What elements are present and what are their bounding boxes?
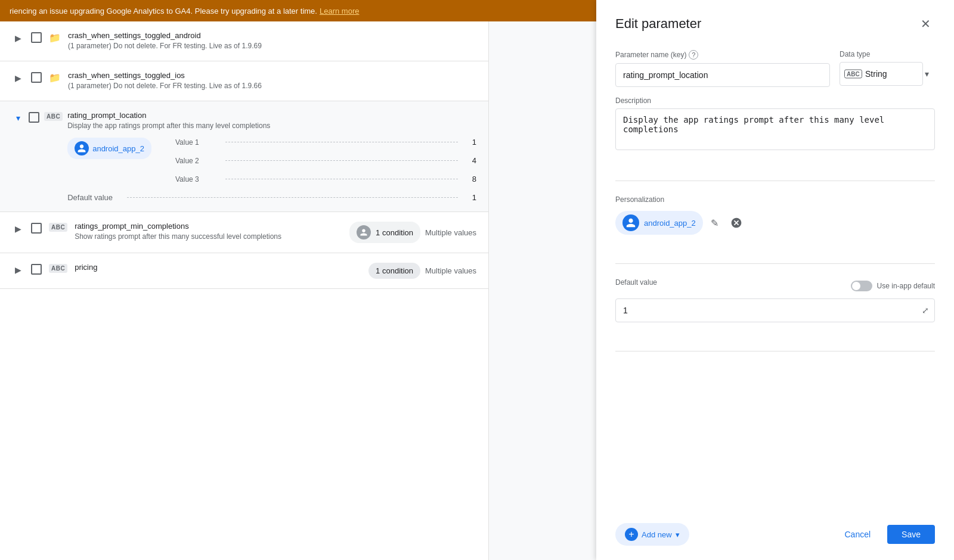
dialog-footer: + Add new ▾ Cancel Save <box>615 514 935 546</box>
param-row-ratings-min: ▶ ABC ratings_prompt_min_completions Sho… <box>0 212 488 253</box>
param-info-crash-android: crash_when_settings_toggled_android (1 p… <box>68 31 476 51</box>
expand-pricing[interactable]: ▶ <box>12 264 24 276</box>
help-icon[interactable]: ? <box>689 50 698 60</box>
param-info-pricing: pricing <box>75 263 361 272</box>
toggle-wrapper: Use in-app default <box>851 281 935 291</box>
param-info-crash-ios: crash_when_settings_toggled_ios (1 param… <box>68 71 476 91</box>
default-value-input-wrapper: ⤢ <box>615 298 935 322</box>
description-label: Description <box>615 97 935 105</box>
divider-2 <box>615 263 935 264</box>
plus-icon: + <box>625 528 638 541</box>
action-buttons: Cancel Save <box>832 525 935 544</box>
value-row-1: Value 1 1 <box>175 138 476 147</box>
type-badge-pricing: ABC <box>49 264 67 273</box>
checkbox-crash-ios[interactable] <box>31 72 42 83</box>
audience-avatar <box>75 141 89 155</box>
value-label-3: Value 3 <box>175 175 211 183</box>
audience-chip-android[interactable]: android_app_2 <box>67 138 151 159</box>
param-row-pricing: ▶ ABC pricing 1 condition Multiple value… <box>0 253 488 289</box>
edit-parameter-dialog: Edit parameter ✕ Parameter name (key) ? … <box>596 0 954 560</box>
close-button[interactable]: ✕ <box>916 14 935 33</box>
value-label-2: Value 2 <box>175 157 211 165</box>
param-name-group: Parameter name (key) ? <box>615 50 830 87</box>
param-desc-ratings-min: Show ratings prompt after this many succ… <box>75 232 342 242</box>
description-textarea[interactable]: Display the app ratings prompt after thi… <box>615 108 935 150</box>
value-label-1: Value 1 <box>175 138 211 147</box>
expand-crash-ios[interactable]: ▶ <box>12 72 24 84</box>
param-name-rating-prompt: rating_prompt_location <box>67 111 476 120</box>
value-row-2: Value 2 4 <box>175 156 476 165</box>
persona-name: android_app_2 <box>644 219 696 228</box>
personalization-label: Personalization <box>615 195 935 204</box>
dialog-header: Edit parameter ✕ <box>615 14 935 33</box>
param-name-datatype-row: Parameter name (key) ? Data type String … <box>615 50 935 87</box>
default-value-input[interactable] <box>615 298 935 322</box>
condition-chip-pricing[interactable]: 1 condition <box>368 263 420 279</box>
default-header: Default value Use in-app default <box>615 278 935 294</box>
value-num-3: 8 <box>472 175 476 183</box>
dialog-title: Edit parameter <box>615 16 701 32</box>
params-list: ▶ 📁 crash_when_settings_toggled_android … <box>0 21 489 560</box>
param-desc-crash-android: (1 parameter) Do not delete. For FR test… <box>68 41 476 51</box>
add-new-label: Add new <box>642 530 672 539</box>
param-name-label: Parameter name (key) ? <box>615 50 830 60</box>
param-row-rating-prompt: ▾ ABC rating_prompt_location Display the… <box>0 101 488 213</box>
personalization-section: Personalization android_app_2 ✎ <box>615 195 935 235</box>
checkbox-crash-android[interactable] <box>31 32 42 43</box>
multiple-values-pricing: Multiple values <box>425 266 476 275</box>
param-desc-rating-prompt: Display the app ratings prompt after thi… <box>67 121 476 131</box>
condition-chip-ratings-min[interactable]: 1 condition <box>349 222 420 243</box>
remove-persona-button[interactable] <box>727 213 746 232</box>
banner-text: riencing an issue upgrading Google Analy… <box>10 7 317 15</box>
type-badge-ratings-min: ABC <box>49 223 67 232</box>
param-name-ratings-min: ratings_prompt_min_completions <box>75 222 342 231</box>
use-in-app-label: Use in-app default <box>877 282 935 290</box>
value-num-2: 4 <box>472 156 476 165</box>
expanded-content-rating: android_app_2 Value 1 1 Value 2 <box>67 138 476 183</box>
param-desc-crash-ios: (1 parameter) Do not delete. For FR test… <box>68 81 476 91</box>
expand-ratings-min[interactable]: ▶ <box>12 223 24 235</box>
persona-avatar <box>622 214 639 231</box>
divider-1 <box>615 181 935 181</box>
expand-crash-android[interactable]: ▶ <box>12 32 24 44</box>
persona-row: android_app_2 ✎ <box>615 211 935 235</box>
expand-rating-prompt[interactable]: ▾ <box>12 112 24 124</box>
checkbox-pricing[interactable] <box>31 264 42 275</box>
param-info-rating-prompt: rating_prompt_location Display the app r… <box>67 111 476 203</box>
edit-persona-button[interactable]: ✎ <box>705 213 724 232</box>
persona-chip[interactable]: android_app_2 <box>615 211 703 235</box>
condition-text-pricing: 1 condition <box>376 266 413 275</box>
data-type-select-wrapper: String Number Boolean JSON ABC <box>840 62 935 86</box>
description-section: Description Display the app ratings prom… <box>615 97 935 152</box>
param-info-ratings-min: ratings_prompt_min_completions Show rati… <box>75 222 342 242</box>
add-new-button[interactable]: + Add new ▾ <box>615 523 689 546</box>
row-right-ratings-min: 1 condition Multiple values <box>349 222 476 243</box>
data-type-label: Data type <box>840 50 935 58</box>
expand-value-icon[interactable]: ⤢ <box>922 306 929 315</box>
value-row-3: Value 3 8 <box>175 175 476 183</box>
use-in-app-toggle[interactable] <box>851 281 872 291</box>
audience-name: android_app_2 <box>92 144 144 153</box>
learn-more-link[interactable]: Learn more <box>320 7 359 15</box>
default-value-section: Default value Use in-app default ⤢ <box>615 278 935 322</box>
default-val-inline: 1 <box>472 193 476 202</box>
add-new-chevron: ▾ <box>676 530 680 539</box>
condition-avatar-ratings-min <box>357 225 371 239</box>
data-type-group: Data type String Number Boolean JSON ABC <box>840 50 935 86</box>
folder-icon-crash-android: 📁 <box>49 32 61 43</box>
param-name-pricing: pricing <box>75 263 361 272</box>
checkbox-rating-prompt[interactable] <box>29 112 39 123</box>
default-value-row-inline: Default value 1 <box>67 193 476 202</box>
value-num-1: 1 <box>472 138 476 147</box>
cancel-button[interactable]: Cancel <box>832 525 882 544</box>
divider-3 <box>615 351 935 351</box>
save-button[interactable]: Save <box>887 525 935 544</box>
type-badge-rating-prompt: ABC <box>44 112 63 121</box>
data-type-select[interactable]: String Number Boolean JSON <box>840 62 923 86</box>
param-name-input[interactable] <box>615 63 830 87</box>
param-row-crash-android: ▶ 📁 crash_when_settings_toggled_android … <box>0 21 488 61</box>
default-label-inline: Default value <box>67 193 113 202</box>
checkbox-ratings-min[interactable] <box>31 223 42 234</box>
param-row-crash-ios: ▶ 📁 crash_when_settings_toggled_ios (1 p… <box>0 61 488 101</box>
param-name-crash-ios: crash_when_settings_toggled_ios <box>68 71 476 80</box>
